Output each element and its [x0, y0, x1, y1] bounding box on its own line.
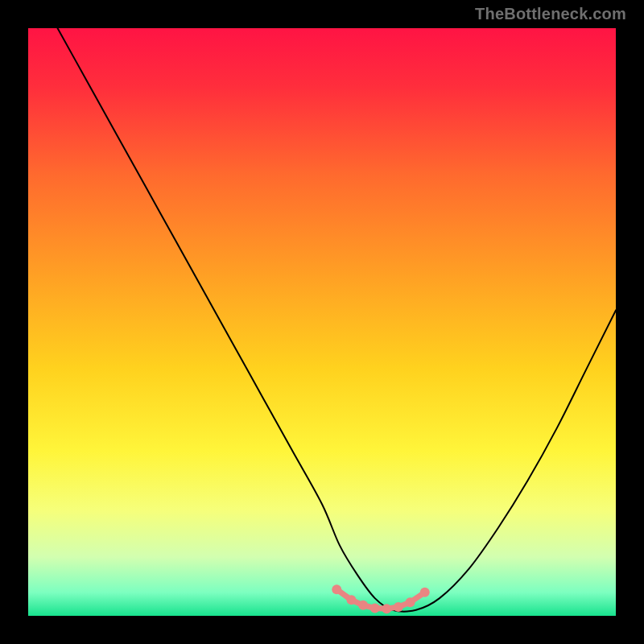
bottleneck-curve	[28, 28, 616, 616]
chart-frame: TheBottleneck.com	[0, 0, 644, 644]
plot-area	[28, 28, 616, 616]
watermark-text: TheBottleneck.com	[475, 5, 626, 23]
